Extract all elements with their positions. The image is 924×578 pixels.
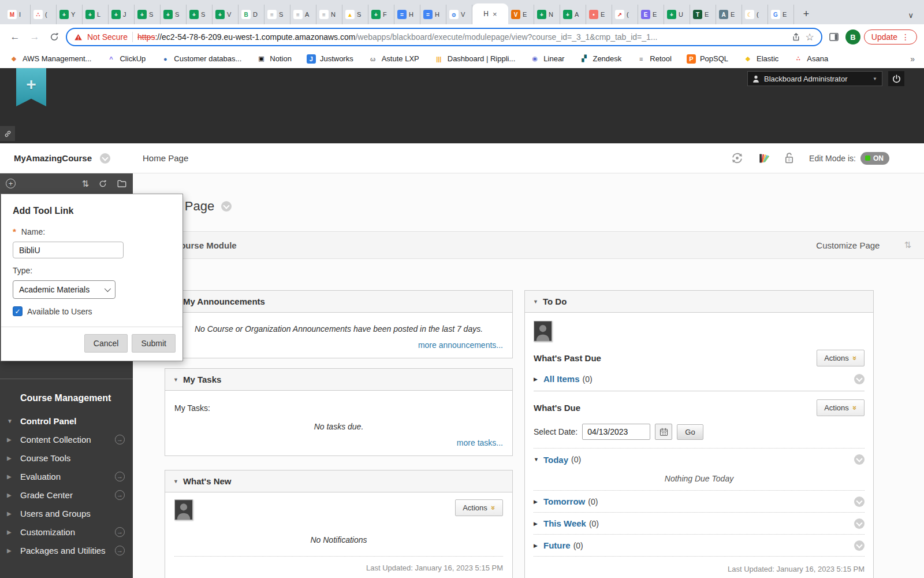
student-preview-icon[interactable]	[731, 151, 744, 165]
bookmark-item[interactable]: ● Customer databas...	[161, 54, 241, 64]
sidebar-item[interactable]: ▶ Content Collection →	[0, 430, 133, 449]
collapse-triangle-icon[interactable]: ▼	[173, 377, 178, 383]
unlocked-padlock-icon[interactable]: 0	[783, 151, 795, 165]
triangle-right-icon[interactable]: ▶	[534, 521, 543, 527]
browser-tab[interactable]: T E	[690, 5, 716, 24]
todo-period-link[interactable]: This Week	[543, 518, 586, 528]
todo-period-link[interactable]: Tomorrow	[543, 497, 585, 506]
bookmark-item[interactable]: ▣ Notion	[256, 54, 292, 64]
all-items-link[interactable]: All Items	[543, 374, 580, 384]
cancel-button[interactable]: Cancel	[84, 334, 128, 353]
browser-tab[interactable]: ↗ (	[612, 5, 638, 24]
folder-view-icon[interactable]	[117, 179, 127, 189]
tab-overflow-chevron-icon[interactable]: ∨	[902, 11, 919, 20]
triangle-down-icon[interactable]: ▼	[534, 457, 543, 462]
whats-new-actions-button[interactable]: Actions »	[455, 499, 503, 516]
bookmarks-overflow-chevron[interactable]: »	[910, 54, 915, 64]
browser-menu-dots-icon[interactable]: ⋮	[901, 32, 910, 42]
reload-button[interactable]	[46, 29, 62, 45]
page-title-chevron-icon[interactable]	[221, 201, 232, 212]
browser-tab[interactable]: ⊙ V	[446, 5, 472, 24]
browser-tab[interactable]: + L	[83, 5, 109, 24]
sidebar-item[interactable]: ▶ Packages and Utilities →	[0, 541, 133, 560]
type-select[interactable]: Academic Materials	[13, 280, 116, 299]
browser-tab[interactable]: = H	[420, 5, 446, 24]
sidebar-item[interactable]: ▶ Users and Groups →	[0, 504, 133, 523]
triangle-right-icon[interactable]: ▶	[534, 499, 543, 505]
bookmark-item[interactable]: ≡ Retool	[636, 54, 672, 64]
today-link[interactable]: Today	[543, 455, 568, 465]
browser-tab[interactable]: B D	[239, 5, 264, 24]
collapse-circle-chevron-icon[interactable]	[854, 454, 865, 465]
course-menu-chevron-icon[interactable]	[100, 153, 110, 164]
bookmark-item[interactable]: ∴ Asana	[793, 54, 828, 64]
todo-period-link[interactable]: Future	[543, 540, 571, 550]
tab-close-icon[interactable]: ×	[493, 10, 497, 18]
date-input[interactable]	[582, 424, 650, 440]
bookmark-item[interactable]: ||| Dashboard | Rippli...	[434, 54, 516, 64]
bookmark-item[interactable]: ◆ AWS Management...	[9, 54, 91, 64]
tool-name-input[interactable]	[13, 242, 124, 258]
open-in-new-circle-icon[interactable]: →	[115, 546, 125, 555]
new-tab-button[interactable]: +	[798, 5, 815, 23]
browser-tab[interactable]: M I	[5, 5, 31, 24]
back-button[interactable]: ←	[7, 29, 23, 45]
go-button[interactable]: Go	[677, 424, 703, 440]
sidebar-item[interactable]: ▶ Customization →	[0, 523, 133, 541]
browser-tab[interactable]: + S	[161, 5, 187, 24]
browser-tab[interactable]: E E	[638, 5, 664, 24]
open-in-new-circle-icon[interactable]: →	[115, 435, 125, 444]
bookmark-item[interactable]: ▞ Zendesk	[579, 54, 621, 64]
collapse-circle-chevron-icon[interactable]	[854, 497, 865, 507]
collapse-triangle-icon[interactable]: ▼	[173, 479, 178, 484]
admin-user-dropdown[interactable]: Blackboard Administrator ▼	[747, 71, 882, 86]
more-tasks-link[interactable]: more tasks...	[457, 438, 503, 447]
triangle-right-icon[interactable]: ▶	[534, 376, 543, 382]
browser-tab[interactable]: + N	[534, 5, 560, 24]
calendar-picker-button[interactable]	[655, 424, 672, 440]
browser-tab[interactable]: = H	[394, 5, 420, 24]
add-menu-item-button[interactable]: +	[6, 179, 16, 188]
refresh-icon[interactable]	[98, 179, 107, 188]
triangle-right-icon[interactable]: ▶	[534, 543, 543, 549]
browser-tab[interactable]: + F	[368, 5, 394, 24]
browser-tab[interactable]: ≡ A	[290, 5, 316, 24]
bookmark-item[interactable]: ◉ Linear	[530, 54, 564, 64]
theme-palette-icon[interactable]	[758, 152, 769, 165]
open-in-new-circle-icon[interactable]: →	[115, 490, 125, 500]
logout-power-button[interactable]	[888, 71, 904, 86]
bookmark-item[interactable]: ω Astute LXP	[368, 54, 419, 64]
not-secure-warning-icon[interactable]	[74, 33, 83, 42]
browser-tab[interactable]: ≡ S	[264, 5, 290, 24]
sidebar-item[interactable]: ▶ Course Tools →	[0, 449, 133, 467]
forward-button[interactable]: →	[27, 29, 43, 45]
chrome-update-button[interactable]: Update ⋮	[864, 29, 917, 45]
submit-button[interactable]: Submit	[132, 334, 176, 353]
sidebar-item-control-panel[interactable]: ▼ Control Panel	[0, 412, 133, 430]
available-to-users-checkbox[interactable]	[13, 306, 23, 316]
more-announcements-link[interactable]: more announcements...	[418, 340, 503, 350]
browser-tab[interactable]: ▲ S	[342, 5, 368, 24]
bookmark-item[interactable]: J Justworks	[307, 54, 353, 64]
open-in-new-circle-icon[interactable]: →	[115, 472, 125, 481]
not-secure-label[interactable]: Not Secure	[87, 32, 128, 42]
side-panel-button[interactable]	[826, 29, 842, 45]
browser-profile-avatar[interactable]: B	[845, 29, 860, 45]
browser-tab[interactable]: V E	[508, 5, 534, 24]
browser-tab[interactable]: + J	[109, 5, 135, 24]
browser-tab[interactable]: H ×	[472, 3, 508, 24]
share-icon[interactable]	[791, 32, 801, 42]
collapse-triangle-icon[interactable]: ▼	[533, 299, 538, 305]
browser-tab[interactable]: + V	[213, 5, 239, 24]
add-ribbon-badge[interactable]: +	[16, 68, 46, 106]
bookmark-item[interactable]: P PopSQL	[687, 54, 728, 64]
edit-mode-toggle[interactable]: ON	[860, 152, 889, 165]
sidebar-item[interactable]: ▶ Grade Center →	[0, 486, 133, 504]
bookmark-star-icon[interactable]: ☆	[806, 31, 814, 43]
browser-tab[interactable]: + Y	[57, 5, 83, 24]
browser-tab[interactable]: • E	[586, 5, 612, 24]
browser-tab[interactable]: + U	[664, 5, 690, 24]
browser-tab[interactable]: + S	[135, 5, 161, 24]
browser-tab[interactable]: ∴ (	[31, 5, 57, 24]
customize-page-button[interactable]: Customize Page	[816, 240, 880, 250]
